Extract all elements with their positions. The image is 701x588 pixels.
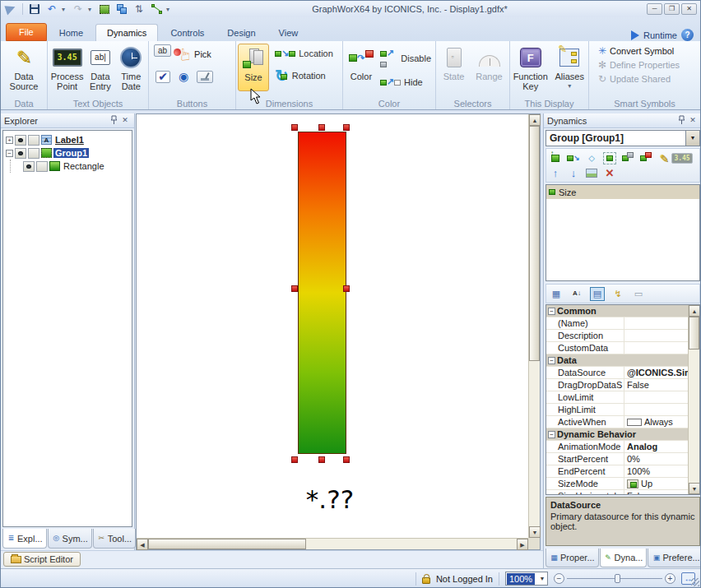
define-properties-button[interactable]: ✻ Define Properties — [596, 58, 699, 72]
tab-controls[interactable]: Controls — [160, 25, 215, 41]
add-process-point-icon[interactable]: 3.45 — [675, 152, 689, 164]
tab-home[interactable]: Home — [49, 25, 94, 41]
process-point-text[interactable]: *.?? — [285, 484, 375, 514]
lock-toggle[interactable] — [28, 148, 39, 159]
tab-view[interactable]: View — [268, 25, 309, 41]
checkbox-object-icon[interactable]: ✔ — [156, 71, 170, 83]
close-button[interactable]: ✕ — [681, 3, 697, 15]
property-category[interactable]: −Dynamic Behavior — [546, 428, 688, 441]
tab-design[interactable]: Design — [216, 25, 266, 41]
categorized-view-icon[interactable]: ▦ — [549, 287, 564, 301]
resize-grip[interactable] — [691, 578, 699, 586]
property-row[interactable]: ActiveWhenAlways — [546, 416, 688, 428]
property-row[interactable]: EndPercent100% — [546, 465, 688, 478]
scroll-thumb[interactable] — [148, 539, 306, 549]
tab-properties[interactable]: ▦ Proper... — [545, 549, 599, 567]
property-category[interactable]: −Common — [546, 305, 688, 317]
property-grid-scrollbar[interactable]: ▲ ▼ — [688, 305, 699, 494]
location-dynamic-button[interactable]: ↘ Location — [272, 47, 336, 59]
pick-button[interactable]: ☞ Pick — [178, 44, 211, 64]
app-icon[interactable] — [3, 2, 18, 16]
convert-symbol-button[interactable]: ✳ Convert Symbol — [596, 44, 699, 58]
property-row[interactable]: SizeModeUp — [546, 478, 688, 490]
selection-handle[interactable] — [318, 124, 325, 131]
move-up-icon[interactable]: ↑ — [549, 167, 562, 179]
collapse-icon[interactable]: − — [548, 431, 555, 438]
events-icon[interactable]: ↯ — [610, 287, 625, 301]
property-value[interactable]: 100% — [624, 465, 688, 477]
state-selector-button[interactable]: State — [440, 44, 468, 96]
gradient-rectangle[interactable] — [298, 132, 346, 454]
color-dynamic-button[interactable]: ↷ Color — [345, 44, 378, 96]
paste-icon[interactable]: ⇅ — [132, 2, 146, 16]
copy-icon[interactable] — [114, 2, 129, 16]
update-shared-button[interactable]: ↻ Update Shared — [596, 72, 699, 86]
pin-icon[interactable] — [675, 115, 687, 126]
scroll-left-icon[interactable]: ◀ — [137, 539, 148, 550]
property-row[interactable]: DataSource@ICONICS.Sim — [546, 367, 688, 379]
zoom-out-icon[interactable]: − — [554, 573, 564, 584]
radio-object-icon[interactable]: ◉ — [179, 70, 188, 83]
tab-preferences[interactable]: ▣ Prefere... — [648, 549, 701, 567]
collapse-icon[interactable]: − — [6, 150, 13, 157]
zoom-level-input[interactable]: 100% ▼ — [505, 572, 548, 586]
selection-handle[interactable] — [318, 456, 325, 463]
range-selector-button[interactable]: Range — [473, 44, 506, 96]
redo-dropdown-icon[interactable]: ▾ — [88, 6, 95, 13]
tab-file[interactable]: File — [6, 23, 47, 41]
property-row[interactable]: SizeHorizontalFalse — [546, 490, 688, 494]
zoom-slider-thumb[interactable] — [615, 574, 620, 583]
selection-handle[interactable] — [291, 456, 298, 463]
panel-close-icon[interactable]: ✕ — [687, 115, 699, 126]
property-category[interactable]: −Data — [546, 354, 688, 367]
symbol-tool-icon[interactable] — [97, 2, 112, 16]
scroll-up-icon[interactable]: ▲ — [689, 305, 700, 317]
minimize-button[interactable]: ─ — [647, 3, 662, 15]
add-hide-dynamic-icon[interactable] — [639, 152, 652, 164]
selection-handle[interactable] — [343, 124, 350, 131]
target-object-combo[interactable]: Group [Group1] ▼ — [545, 130, 700, 146]
add-color-dynamic-icon[interactable]: ✎ — [657, 152, 671, 164]
process-point-button[interactable]: 3.45 Process Point — [49, 44, 85, 96]
property-pages-icon[interactable]: ▭ — [631, 287, 646, 301]
design-canvas[interactable]: *.?? ▲ ▼ ◀ ▶ — [136, 113, 541, 550]
login-status[interactable]: Not Logged In — [436, 574, 493, 584]
image-icon[interactable] — [585, 167, 598, 179]
time-date-button[interactable]: Time Date — [116, 44, 146, 96]
property-value[interactable]: Always — [624, 416, 688, 428]
tab-dynamics-panel[interactable]: ✎ Dyna... — [600, 549, 648, 567]
function-key-button[interactable]: F Function Key — [512, 44, 549, 96]
property-value[interactable]: Up — [624, 478, 688, 489]
delete-dynamic-icon[interactable]: ✕ — [603, 167, 616, 179]
data-source-button[interactable]: ✎ Data Source — [2, 44, 45, 91]
property-row[interactable]: HighLimit — [546, 404, 688, 416]
aliases-dropdown-icon[interactable]: ▾ — [566, 81, 573, 91]
zoom-in-icon[interactable]: + — [665, 573, 675, 584]
alphabetical-sort-icon[interactable]: A↓ — [569, 287, 584, 301]
canvas-vertical-scrollbar[interactable]: ▲ ▼ — [528, 114, 540, 538]
aliases-button[interactable]: Aliases ▾ — [552, 44, 587, 96]
size-dynamic-button[interactable]: Size — [238, 44, 269, 91]
add-location-dynamic-icon[interactable]: ↘ — [567, 152, 580, 164]
scroll-up-icon[interactable]: ▲ — [529, 114, 541, 126]
move-down-icon[interactable]: ↓ — [567, 167, 580, 179]
button-object-icon[interactable]: ab — [154, 44, 171, 57]
tree-item-label1[interactable]: + A Label1 — [4, 133, 131, 146]
canvas-horizontal-scrollbar[interactable]: ◀ ▶ — [137, 538, 528, 549]
property-value[interactable]: 0% — [624, 453, 688, 465]
help-icon[interactable]: ? — [681, 29, 694, 41]
scroll-thumb[interactable] — [689, 317, 699, 350]
scroll-down-icon[interactable]: ▼ — [689, 483, 700, 494]
collapse-icon[interactable]: − — [548, 357, 555, 364]
zoom-dropdown-icon[interactable]: ▼ — [537, 576, 547, 581]
property-row[interactable]: StartPercent0% — [546, 453, 688, 465]
selection-handle[interactable] — [343, 285, 350, 292]
tab-toolbox[interactable]: ✂ Tool... — [93, 529, 136, 549]
add-size-dynamic-icon[interactable]: ↑ — [549, 152, 562, 164]
property-row[interactable]: LowLimit — [546, 391, 688, 404]
tab-script-editor[interactable]: Script Editor — [3, 552, 81, 567]
visibility-toggle[interactable] — [15, 148, 26, 159]
collapse-icon[interactable]: − — [548, 308, 555, 315]
zoom-slider[interactable]: − + — [554, 573, 675, 584]
save-button[interactable] — [27, 2, 42, 16]
